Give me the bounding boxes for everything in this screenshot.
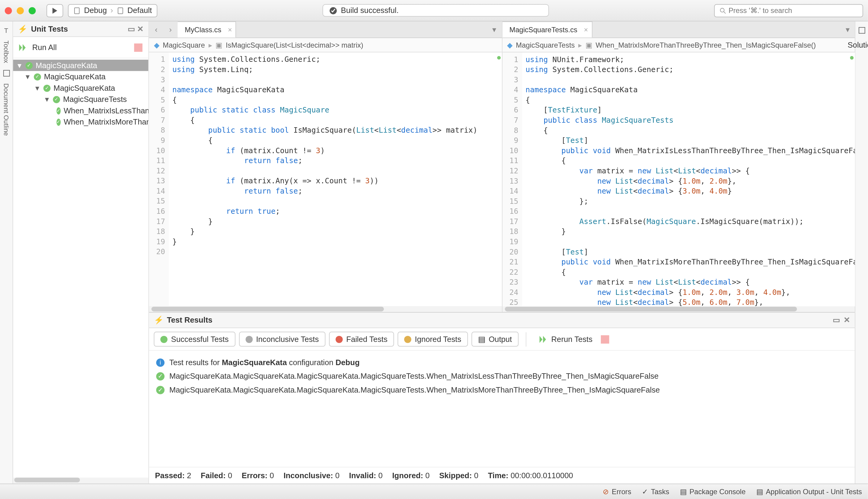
close-icon[interactable]: ✕ <box>137 24 144 34</box>
rerun-tests-button[interactable]: Rerun Tests <box>533 332 615 346</box>
bolt-icon: ⚡ <box>154 316 164 325</box>
nav-back[interactable]: ‹ <box>149 21 163 37</box>
toolbox-icon[interactable]: T <box>2 26 11 35</box>
tab-myclass[interactable]: MyClass.cs × <box>178 21 236 37</box>
errors-button[interactable]: ⊘Errors <box>603 488 631 496</box>
configuration-selector[interactable]: Debug › Default <box>68 4 157 17</box>
application-output-button[interactable]: ▤Application Output - Unit Tests <box>756 488 862 496</box>
check-icon: ✓ <box>156 372 165 380</box>
svg-rect-6 <box>859 27 865 34</box>
filter-ignored[interactable]: Ignored Tests <box>397 332 468 346</box>
tree-label: When_MatrixIsMoreThanThreeByThree_Then_I… <box>64 117 148 126</box>
test-results-body: i Test results for MagicSquareKata confi… <box>149 351 855 467</box>
document-icon <box>117 7 124 14</box>
tree-row[interactable]: ▾✓MagicSquareKata <box>13 60 148 71</box>
solution-icon[interactable] <box>857 26 866 35</box>
run-icon <box>539 336 548 343</box>
search-input[interactable] <box>728 6 858 15</box>
unit-tests-panel: ⚡ Unit Tests ▭ ✕ Run All ▾✓MagicSquareKa… <box>13 21 149 484</box>
info-icon: i <box>156 358 165 367</box>
editor-left: ‹ › MyClass.cs × ▾ ◆ MagicSquare ▸ ▣ IsM… <box>149 21 502 312</box>
tree-label: MagicSquareKata <box>54 84 115 93</box>
tab-dropdown[interactable]: ▾ <box>487 21 502 37</box>
stop-icon[interactable] <box>601 335 609 343</box>
tree-row[interactable]: ✓When_MatrixIsMoreThanThreeByThree_Then_… <box>13 116 148 127</box>
close-icon[interactable] <box>5 7 12 14</box>
close-icon[interactable]: ✕ <box>844 316 850 325</box>
check-circle-icon <box>329 6 337 15</box>
filter-failed[interactable]: Failed Tests <box>329 332 394 346</box>
tree-label: MagicSquareKata <box>44 72 106 81</box>
test-results-header: ⚡ Test Results ▭ ✕ <box>149 313 855 328</box>
filter-successful[interactable]: Successful Tests <box>154 332 235 346</box>
method-icon: ▣ <box>585 41 592 49</box>
editor-right: MagicSquareTests.cs × ▾ ◆ MagicSquareTes… <box>502 21 855 312</box>
right-tool-rail: Solution <box>855 21 868 484</box>
pass-icon: ✓ <box>44 84 51 92</box>
svg-point-3 <box>721 8 724 12</box>
test-row[interactable]: ✓MagicSquareKata.MagicSquareKata.MagicSq… <box>156 383 847 397</box>
global-search[interactable] <box>714 4 863 17</box>
terminal-icon: ▤ <box>756 488 763 496</box>
tab-tests[interactable]: MagicSquareTests.cs × <box>502 21 592 37</box>
editor-hscroll[interactable] <box>502 306 855 312</box>
svg-text:T: T <box>4 27 8 34</box>
autohide-icon[interactable]: ▭ <box>128 24 135 34</box>
document-outline-tab[interactable]: Document Outline <box>3 83 10 136</box>
code-editor[interactable]: 1234567891011121314151617181920212223242… <box>502 52 855 306</box>
close-icon[interactable]: × <box>584 26 588 34</box>
svg-rect-5 <box>3 70 9 76</box>
minimize-icon[interactable] <box>16 7 24 14</box>
filter-output[interactable]: ▤Output <box>472 332 519 346</box>
breadcrumb-class[interactable]: MagicSquare <box>163 41 205 49</box>
tree-row[interactable]: ▾✓MagicSquareKata <box>13 82 148 94</box>
ok-marker-icon <box>497 56 500 60</box>
panel-title: Unit Tests <box>31 24 68 34</box>
tree-row[interactable]: ▾✓MagicSquareTests <box>13 94 148 105</box>
test-row[interactable]: ✓MagicSquareKata.MagicSquareKata.MagicSq… <box>156 369 847 383</box>
terminal-icon: ▤ <box>680 488 687 496</box>
tasks-button[interactable]: ✓Tasks <box>642 488 669 496</box>
target-label: Default <box>127 6 152 15</box>
class-icon: ◆ <box>507 41 512 49</box>
toolbox-tab[interactable]: Toolbox <box>3 40 10 63</box>
run-button[interactable] <box>47 4 63 17</box>
unit-tests-header: ⚡ Unit Tests ▭ ✕ <box>13 21 148 37</box>
status-bar: ⊘Errors ✓Tasks ▤Package Console ▤Applica… <box>0 484 868 499</box>
svg-rect-0 <box>74 8 79 14</box>
solution-tab[interactable]: Solution <box>847 40 868 49</box>
check-icon: ✓ <box>642 488 648 496</box>
tree-row[interactable]: ✓When_MatrixIsLessThanThreeByThree_Then_… <box>13 105 148 117</box>
breadcrumb[interactable]: ◆ MagicSquareTests ▸ ▣ When_MatrixIsMore… <box>502 38 855 52</box>
test-tree[interactable]: ▾✓MagicSquareKata▾✓MagicSquareKata▾✓Magi… <box>13 59 148 478</box>
terminal-icon: ▤ <box>478 335 485 344</box>
test-summary: Passed: 2Failed: 0Errors: 0Inconclusive:… <box>149 467 855 483</box>
ok-marker-icon <box>850 56 854 60</box>
close-icon[interactable]: × <box>228 26 232 34</box>
breadcrumb-method[interactable]: IsMagicSquare(List<List<decimal>> matrix… <box>226 41 364 49</box>
panel-title: Test Results <box>167 316 213 325</box>
stop-icon[interactable] <box>134 43 142 51</box>
window-controls <box>5 7 41 14</box>
autohide-icon[interactable]: ▭ <box>833 316 840 325</box>
code-editor[interactable]: 1234567891011121314151617181920 using Sy… <box>149 52 502 306</box>
breadcrumb-class[interactable]: MagicSquareTests <box>516 41 575 49</box>
breadcrumb-method[interactable]: When_MatrixIsMoreThanThreeByThree_Then_I… <box>595 41 816 49</box>
status-text: Build successful. <box>341 6 399 15</box>
search-icon <box>720 7 726 14</box>
filter-inconclusive[interactable]: Inconclusive Tests <box>239 332 325 346</box>
editor-hscroll[interactable] <box>149 306 502 312</box>
tab-dropdown[interactable]: ▾ <box>841 21 855 37</box>
nav-forward[interactable]: › <box>163 21 177 37</box>
tree-hscroll[interactable] <box>13 478 148 484</box>
run-all-button[interactable]: Run All <box>13 37 148 58</box>
svg-rect-1 <box>118 8 122 14</box>
document-icon <box>73 7 81 14</box>
pass-icon: ✓ <box>26 61 33 69</box>
tree-row[interactable]: ▾✓MagicSquareKata <box>13 71 148 82</box>
zoom-icon[interactable] <box>29 7 36 14</box>
package-console-button[interactable]: ▤Package Console <box>680 488 746 496</box>
test-results-info: i Test results for MagicSquareKata confi… <box>156 355 847 369</box>
breadcrumb[interactable]: ◆ MagicSquare ▸ ▣ IsMagicSquare(List<Lis… <box>149 38 502 52</box>
outline-icon[interactable] <box>2 69 11 77</box>
